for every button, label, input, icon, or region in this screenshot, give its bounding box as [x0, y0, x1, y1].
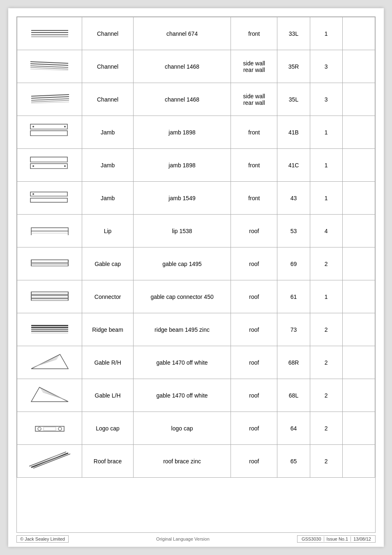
part-qty: 2 — [310, 379, 342, 412]
part-type: Jamb — [82, 149, 133, 182]
table-row: Gable capgable cap 1495roof692 — [17, 247, 375, 280]
svg-line-14 — [31, 102, 69, 103]
svg-line-54 — [35, 359, 57, 367]
svg-point-62 — [58, 427, 62, 430]
part-type: Lip — [82, 215, 133, 247]
svg-line-65 — [33, 454, 70, 468]
footer-code: GSS3030 — [299, 536, 324, 541]
table-row: Connectorgable cap connector 450roof611 — [17, 280, 375, 313]
part-description: gable cap 1495 — [133, 247, 231, 280]
part-description: ridge beam 1495 zinc — [133, 313, 231, 346]
part-type: Roof brace — [82, 445, 133, 478]
part-image-cell — [17, 412, 82, 445]
svg-line-10 — [31, 95, 69, 96]
svg-rect-27 — [30, 192, 67, 196]
table-row: Jambjamb 1898front41C1 — [17, 149, 375, 182]
svg-rect-63 — [44, 427, 56, 430]
svg-line-7 — [30, 66, 68, 67]
footer-language: Original Language Version — [156, 536, 210, 541]
part-extra — [342, 247, 375, 280]
part-description: logo cap — [133, 412, 231, 445]
table-row: Gable R/Hgable 1470 off whiteroof68R2 — [17, 346, 375, 379]
part-extra — [342, 17, 375, 50]
part-location: front — [231, 182, 277, 215]
table-row: Roof braceroof brace zincroof652 — [17, 445, 375, 478]
table-row: Jambjamb 1898front41B1 — [17, 116, 375, 149]
footer-issue: Issue No.1 — [324, 536, 351, 541]
svg-rect-41 — [31, 296, 68, 298]
part-qty: 1 — [310, 116, 342, 149]
part-description: gable cap connector 450 — [133, 280, 231, 313]
part-description: roof brace zinc — [133, 445, 231, 478]
part-image-cell — [17, 313, 82, 346]
part-type: Channel — [82, 83, 133, 116]
part-location: roof — [231, 280, 277, 313]
svg-rect-40 — [31, 292, 68, 294]
footer-copyright: © Jack Sealey Limited — [16, 535, 69, 543]
part-extra — [342, 215, 375, 247]
part-type: Ridge beam — [82, 313, 133, 346]
part-ref: 41C — [277, 149, 310, 182]
part-description: channel 1468 — [133, 83, 231, 116]
part-qty: 1 — [310, 149, 342, 182]
part-description: jamb 1549 — [133, 182, 231, 215]
svg-line-13 — [31, 100, 69, 102]
part-image-cell — [17, 379, 82, 412]
part-image-cell — [17, 445, 82, 478]
table-row: Channelchannel 1468side wallrear wall35L… — [17, 83, 375, 116]
page: Channelchannel 674front33L1 Channelchann… — [8, 8, 384, 547]
part-type: Gable R/H — [82, 346, 133, 379]
svg-rect-22 — [30, 164, 67, 169]
part-qty: 2 — [310, 445, 342, 478]
svg-line-68 — [30, 453, 61, 467]
part-image-cell — [17, 280, 82, 313]
part-ref: 43 — [277, 182, 310, 215]
part-type: Logo cap — [82, 412, 133, 445]
table-row: Liplip 1538roof534 — [17, 215, 375, 247]
part-qty: 3 — [310, 83, 342, 116]
svg-point-29 — [32, 193, 34, 195]
part-type: Connector — [82, 280, 133, 313]
part-image-cell — [17, 247, 82, 280]
part-qty: 1 — [310, 17, 342, 50]
part-location: side wallrear wall — [231, 83, 277, 116]
svg-point-23 — [32, 165, 34, 167]
part-location: roof — [231, 445, 277, 478]
part-extra — [342, 280, 375, 313]
part-qty: 2 — [310, 346, 342, 379]
part-extra — [342, 182, 375, 215]
table-row: Logo caplogo caproof642 — [17, 412, 375, 445]
part-location: roof — [231, 412, 277, 445]
part-location: side wallrear wall — [231, 50, 277, 83]
part-type: Jamb — [82, 182, 133, 215]
table-row: Channelchannel 674front33L1 — [17, 17, 375, 50]
svg-rect-21 — [30, 157, 67, 162]
part-type: Channel — [82, 50, 133, 83]
part-qty: 4 — [310, 215, 342, 247]
part-location: roof — [231, 313, 277, 346]
part-description: lip 1538 — [133, 215, 231, 247]
part-image-cell — [17, 149, 82, 182]
part-image-cell — [17, 83, 82, 116]
part-location: roof — [231, 346, 277, 379]
svg-line-11 — [31, 97, 69, 98]
part-image-cell — [17, 50, 82, 83]
svg-line-12 — [31, 99, 69, 100]
svg-rect-36 — [31, 264, 68, 266]
part-qty: 1 — [310, 182, 342, 215]
part-location: front — [231, 116, 277, 149]
footer-doc-info: GSS3030 Issue No.1 13/08/12 — [297, 535, 376, 543]
part-qty: 2 — [310, 313, 342, 346]
part-ref: 64 — [277, 412, 310, 445]
part-extra — [342, 445, 375, 478]
svg-line-67 — [35, 453, 66, 467]
part-ref: 35L — [277, 83, 310, 116]
part-description: channel 1468 — [133, 50, 231, 83]
svg-rect-15 — [30, 124, 67, 129]
table-row: Jambjamb 1549front431 — [17, 182, 375, 215]
svg-line-59 — [43, 392, 65, 400]
svg-rect-42 — [31, 299, 68, 301]
part-description: jamb 1898 — [133, 149, 231, 182]
part-ref: 41B — [277, 116, 310, 149]
part-location: roof — [231, 247, 277, 280]
